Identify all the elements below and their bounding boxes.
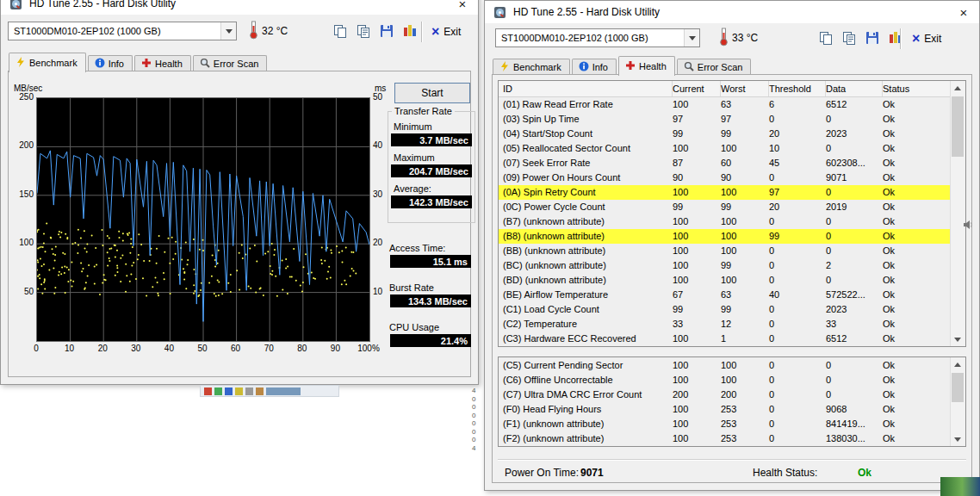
close-icon[interactable]: × bbox=[948, 1, 979, 23]
palette-icon[interactable] bbox=[401, 22, 419, 40]
table-row[interactable]: (F2) (unknown attribute)1002530138030...… bbox=[499, 431, 951, 446]
scroll-down-icon[interactable] bbox=[951, 432, 964, 446]
palette-icon[interactable] bbox=[887, 29, 904, 46]
table-cell: 0 bbox=[826, 214, 883, 229]
title-bar[interactable]: HD Tune 2.55 - Hard Disk Utility × bbox=[1, 0, 478, 15]
table-cell: 100 bbox=[673, 258, 721, 273]
exit-label: Exit bbox=[443, 26, 461, 38]
table-header: ID Current Worst Threshold Data Status bbox=[499, 81, 951, 97]
tab-bar: Benchmark Info Health Error Scan bbox=[9, 52, 269, 71]
table-row[interactable]: (BD) (unknown attribute)10010000Ok bbox=[499, 273, 951, 288]
table-cell: 841419... bbox=[826, 417, 883, 431]
close-icon[interactable]: × bbox=[447, 0, 478, 15]
table-row[interactable]: (01) Raw Read Error Rate1006366512Ok bbox=[499, 97, 951, 112]
table-cell: 100 bbox=[673, 273, 721, 288]
col-status[interactable]: Status bbox=[883, 81, 951, 96]
scroll-up-icon[interactable] bbox=[951, 81, 964, 95]
axis-tick: 100% bbox=[357, 344, 380, 353]
table-cell: 12 bbox=[721, 317, 769, 332]
table-row[interactable]: (0A) Spin Retry Count100100970Ok bbox=[499, 185, 951, 200]
background-window-fragment bbox=[200, 385, 339, 397]
table-row[interactable]: (C3) Hardware ECC Recovered100106512Ok bbox=[499, 332, 951, 346]
chevron-down-icon bbox=[220, 22, 236, 40]
table-row[interactable]: (C2) Temperature3312033Ok bbox=[499, 317, 951, 332]
col-worst[interactable]: Worst bbox=[721, 81, 769, 96]
col-id[interactable]: ID bbox=[499, 81, 673, 96]
tab-error-scan[interactable]: Error Scan bbox=[193, 55, 268, 71]
table-row[interactable]: (09) Power On Hours Count909009071Ok bbox=[499, 170, 951, 185]
tab-error-scan[interactable]: Error Scan bbox=[677, 59, 752, 75]
table-row[interactable]: (BB) (unknown attribute)10010000Ok bbox=[499, 244, 951, 258]
table-row[interactable]: (C5) Current Pending Sector10010000Ok bbox=[499, 358, 951, 373]
transfer-rate-group: Transfer Rate Minimum 3.7 MB/sec Maximum… bbox=[388, 111, 475, 223]
table-cell: 0 bbox=[769, 373, 826, 388]
drive-select[interactable]: ST1000DM010-2EP102 (1000 GB) bbox=[495, 28, 700, 47]
table-cell: 0 bbox=[769, 170, 826, 185]
background-numbers-column: 4 0 0 0 0 0 0 4 bbox=[472, 387, 480, 452]
tab-health[interactable]: Health bbox=[134, 55, 191, 71]
temperature-readout: 33 °C bbox=[732, 32, 758, 44]
col-current[interactable]: Current bbox=[673, 81, 721, 96]
table-cell: 0 bbox=[826, 388, 883, 402]
tab-benchmark[interactable]: Benchmark bbox=[493, 59, 570, 75]
table-cell: 0 bbox=[826, 141, 883, 156]
table-row[interactable]: (B7) (unknown attribute)10010000Ok bbox=[499, 214, 951, 229]
tab-info[interactable]: Info bbox=[88, 55, 133, 71]
table-cell: 100 bbox=[673, 417, 721, 431]
col-threshold[interactable]: Threshold bbox=[769, 81, 826, 96]
axis-tick: 40 bbox=[164, 344, 174, 353]
col-data[interactable]: Data bbox=[826, 81, 883, 96]
exit-button[interactable]: × Exit bbox=[912, 28, 941, 49]
scroll-thumb[interactable] bbox=[952, 96, 964, 157]
table-row[interactable]: (C1) Load Cycle Count999902023Ok bbox=[499, 302, 951, 317]
scroll-up-icon[interactable] bbox=[951, 357, 964, 371]
tab-info[interactable]: Info bbox=[572, 59, 617, 75]
table-cell: 0 bbox=[769, 273, 826, 288]
table-cell: 100 bbox=[673, 244, 721, 258]
tab-health[interactable]: Health bbox=[618, 56, 675, 76]
speaker-icon bbox=[963, 218, 973, 233]
table-cell: (BD) (unknown attribute) bbox=[499, 273, 673, 288]
table-row[interactable]: (C7) Ultra DMA CRC Error Count20020000Ok bbox=[499, 388, 951, 402]
drive-select[interactable]: ST1000DM010-2EP102 (1000 GB) bbox=[8, 22, 237, 40]
table-row[interactable]: (C6) Offline Uncorrectable10010000Ok bbox=[499, 373, 951, 388]
burst-rate-label: Burst Rate bbox=[389, 282, 475, 293]
scroll-down-icon[interactable] bbox=[951, 332, 964, 346]
tab-label: Health bbox=[155, 59, 183, 69]
table-row[interactable]: (B8) (unknown attribute)100100990Ok bbox=[499, 229, 951, 244]
table-cell: (07) Seek Error Rate bbox=[499, 156, 673, 170]
table-row[interactable]: (BE) Airflow Temperature676340572522...O… bbox=[499, 288, 951, 302]
title-bar[interactable]: HD Tune 2.55 - Hard Disk Utility × bbox=[485, 1, 979, 23]
start-button[interactable]: Start bbox=[394, 83, 470, 103]
scrollbar[interactable] bbox=[950, 357, 965, 446]
table-row[interactable]: (03) Spin Up Time979700Ok bbox=[499, 112, 951, 127]
scrollbar[interactable] bbox=[950, 81, 965, 346]
table-cell: (C3) Hardware ECC Recovered bbox=[499, 332, 673, 346]
tab-label: Error Scan bbox=[698, 62, 743, 72]
exit-button[interactable]: × Exit bbox=[431, 22, 461, 42]
table-row[interactable]: (04) Start/Stop Count9999202023Ok bbox=[499, 127, 951, 141]
table-row[interactable]: (05) Reallocated Sector Count100100100Ok bbox=[499, 141, 951, 156]
table-cell: 2 bbox=[826, 258, 883, 273]
table-row[interactable]: (0C) Power Cycle Count9999202019Ok bbox=[499, 200, 951, 214]
tab-benchmark[interactable]: Benchmark bbox=[9, 53, 86, 72]
copy-text-icon[interactable] bbox=[355, 22, 372, 40]
table-row[interactable]: (F1) (unknown attribute)1002530841419...… bbox=[499, 417, 951, 431]
table-cell: 99 bbox=[721, 127, 769, 141]
save-icon[interactable] bbox=[378, 22, 395, 40]
table-cell: 99 bbox=[721, 200, 769, 214]
table-cell: 100 bbox=[721, 244, 769, 258]
scroll-thumb[interactable] bbox=[952, 373, 964, 402]
table-cell: Ok bbox=[883, 302, 951, 317]
copy-image-icon[interactable] bbox=[332, 22, 349, 40]
copy-text-icon[interactable] bbox=[840, 29, 858, 46]
table-row[interactable]: (07) Seek Error Rate876045602308...Ok bbox=[499, 156, 951, 170]
table-row[interactable]: (F0) Head Flying Hours10025309068Ok bbox=[499, 402, 951, 417]
table-cell: (03) Spin Up Time bbox=[499, 112, 673, 127]
table-row[interactable]: (BC) (unknown attribute)1009902Ok bbox=[499, 258, 951, 273]
table-cell: Ok bbox=[883, 185, 951, 200]
axis-tick: 150 bbox=[11, 189, 34, 199]
table-cell: 0 bbox=[769, 417, 826, 431]
save-icon[interactable] bbox=[864, 29, 881, 46]
copy-image-icon[interactable] bbox=[817, 29, 834, 46]
